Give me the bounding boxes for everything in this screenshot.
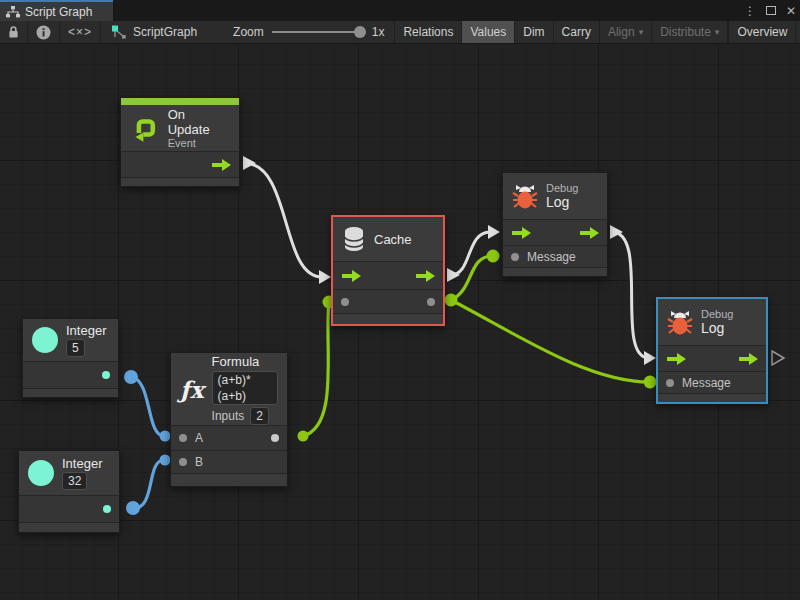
carry-button[interactable]: Carry xyxy=(554,21,600,43)
node-footer xyxy=(503,267,607,276)
node-footer xyxy=(171,473,287,486)
node-footer xyxy=(19,522,119,532)
node-footer xyxy=(23,388,118,397)
tab-title: Script Graph xyxy=(25,5,92,19)
wire-onupdate-to-cache[interactable] xyxy=(244,163,322,277)
info-button[interactable] xyxy=(28,21,60,43)
chevron-down-icon: ▾ xyxy=(639,27,644,37)
tab-bar: Script Graph ⋮ ✕ xyxy=(0,0,800,21)
value-wire-endpoint xyxy=(126,501,140,515)
value-input-port-a[interactable] xyxy=(179,434,187,442)
zoom-label: Zoom xyxy=(233,25,264,39)
window-menu-button[interactable]: ⋮ xyxy=(744,5,756,17)
value-output-port[interactable] xyxy=(271,434,279,442)
graph-hierarchy-icon xyxy=(6,6,20,18)
wire-cache-to-debug2-message[interactable] xyxy=(451,300,650,382)
chevron-down-icon: ▾ xyxy=(715,27,720,37)
flow-output-port[interactable] xyxy=(211,159,231,171)
node-title: Formula xyxy=(212,354,278,369)
flow-in-arrowhead xyxy=(644,351,656,365)
script-graph-window: Script Graph ⋮ ✕ <×> xyxy=(0,0,800,600)
graph-toolbar: <×> ScriptGraph Zoom 1x Relations Values… xyxy=(0,21,800,44)
zoom-slider-knob[interactable] xyxy=(354,26,366,38)
distribute-dropdown[interactable]: Distribute ▾ xyxy=(652,21,728,43)
flow-in-arrowhead xyxy=(488,225,500,239)
window-close-button[interactable]: ✕ xyxy=(786,5,796,17)
graph-breadcrumb[interactable]: ScriptGraph xyxy=(101,21,207,43)
unconnected-flow-port[interactable] xyxy=(772,351,784,365)
formula-expression-field[interactable]: (a+b)*(a+b) xyxy=(212,371,278,405)
overview-button[interactable]: Overview xyxy=(729,21,796,43)
input-a-row: A xyxy=(171,425,287,450)
formula-fx-icon: ƒx xyxy=(180,376,204,403)
align-dropdown[interactable]: Align ▾ xyxy=(600,21,652,43)
integer-value-field[interactable]: 5 xyxy=(66,339,85,357)
node-cache[interactable]: Cache xyxy=(331,215,445,326)
flow-input-port[interactable] xyxy=(511,227,531,239)
wire-debug1-to-debug2[interactable] xyxy=(612,232,649,358)
node-debug-log-2[interactable]: Debug Log Message xyxy=(656,297,768,404)
flow-port-row xyxy=(121,151,239,177)
code-preview-button[interactable]: <×> xyxy=(60,21,101,43)
wire-cache-to-debug1[interactable] xyxy=(451,232,490,275)
wire-formula-to-cache[interactable] xyxy=(303,303,329,436)
flow-port-row xyxy=(333,261,443,289)
dim-button[interactable]: Dim xyxy=(515,21,553,43)
node-subtitle: Event xyxy=(168,137,230,149)
node-title: Log xyxy=(546,194,578,210)
value-wire-endpoint xyxy=(124,370,138,384)
message-port-row: Message xyxy=(658,371,766,393)
value-wire-endpoint xyxy=(160,431,171,442)
flow-out-arrowhead xyxy=(447,268,460,282)
value-input-port-b[interactable] xyxy=(179,458,187,466)
fullscreen-button[interactable]: Full Screen xyxy=(796,21,800,43)
value-input-port[interactable] xyxy=(511,253,519,261)
flow-input-port[interactable] xyxy=(666,353,686,365)
integer-icon xyxy=(32,327,58,353)
lock-button[interactable] xyxy=(0,21,28,43)
node-debug-log-1[interactable]: Debug Log Message xyxy=(502,172,608,277)
message-port-row: Message xyxy=(503,245,607,267)
loop-event-icon xyxy=(130,113,160,143)
zoom-slider[interactable] xyxy=(272,31,364,33)
flow-output-port[interactable] xyxy=(579,227,599,239)
zoom-value: 1x xyxy=(372,25,385,39)
database-icon xyxy=(342,226,366,253)
value-input-port[interactable] xyxy=(666,379,674,387)
value-wire-endpoint xyxy=(487,250,500,263)
port-label: B xyxy=(195,455,203,469)
inputs-label: Inputs xyxy=(212,409,245,423)
value-output-port[interactable] xyxy=(102,371,110,379)
bug-icon xyxy=(512,183,538,209)
value-output-port[interactable] xyxy=(427,298,435,306)
wire-cache-to-debug1-message[interactable] xyxy=(451,256,492,300)
node-on-update[interactable]: On Update Event xyxy=(120,97,240,187)
flow-in-arrowhead xyxy=(319,270,331,284)
value-port-row xyxy=(333,289,443,313)
node-title: Integer xyxy=(66,323,106,338)
integer-value-field[interactable]: 32 xyxy=(62,472,87,490)
wire-integer2-to-formula-b[interactable] xyxy=(133,460,164,508)
relations-button[interactable]: Relations xyxy=(394,21,462,43)
node-title: Cache xyxy=(374,232,412,247)
node-formula[interactable]: ƒx Formula (a+b)*(a+b) Inputs 2 A B xyxy=(170,352,288,487)
values-button[interactable]: Values xyxy=(462,21,515,43)
node-integer-1[interactable]: Integer 5 xyxy=(22,318,119,398)
graph-name: ScriptGraph xyxy=(133,25,197,39)
integer-icon xyxy=(28,460,54,486)
window-maximize-button[interactable] xyxy=(766,6,776,15)
node-integer-2[interactable]: Integer 32 xyxy=(18,450,120,533)
flow-output-port[interactable] xyxy=(415,270,435,282)
inputs-count-field[interactable]: 2 xyxy=(250,407,269,425)
flow-output-port[interactable] xyxy=(738,353,758,365)
value-input-port[interactable] xyxy=(341,298,349,306)
value-output-port[interactable] xyxy=(103,505,111,513)
wire-integer1-to-formula-a[interactable] xyxy=(131,377,164,436)
value-wire-endpoint xyxy=(298,431,309,442)
tab-script-graph[interactable]: Script Graph xyxy=(0,0,113,21)
input-b-row: B xyxy=(171,450,287,473)
flow-input-port[interactable] xyxy=(341,270,361,282)
script-graph-icon xyxy=(111,24,127,40)
flow-port-row xyxy=(658,345,766,371)
graph-canvas[interactable]: On Update Event Cach xyxy=(0,44,800,600)
